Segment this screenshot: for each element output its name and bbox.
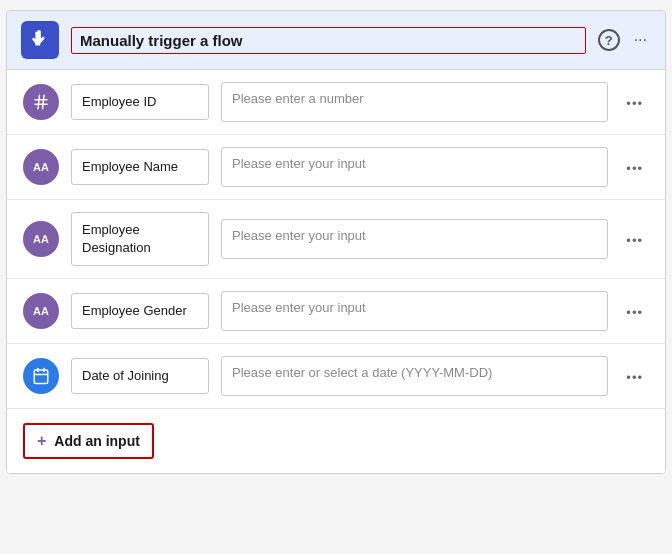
field-row-date-of-joining: Date of JoiningPlease enter or select a … — [7, 344, 665, 408]
more-options-button[interactable]: ··· — [630, 27, 651, 53]
date-of-joining-more-button[interactable] — [620, 362, 649, 391]
employee-id-ellipsis-icon — [626, 92, 643, 112]
employee-id-input[interactable]: Please enter a number — [221, 82, 608, 122]
employee-designation-ellipsis-icon — [626, 229, 643, 249]
help-button[interactable]: ? — [598, 29, 620, 51]
field-row-employee-id: Employee IDPlease enter a number — [7, 70, 665, 135]
date-of-joining-ellipsis-icon — [626, 366, 643, 386]
add-input-label: Add an input — [54, 433, 140, 449]
header-title: Manually trigger a flow — [71, 27, 586, 54]
employee-gender-label: Employee Gender — [71, 293, 209, 329]
header-icon — [21, 21, 59, 59]
fields-list: Employee IDPlease enter a numberAAEmploy… — [7, 70, 665, 408]
header-actions: ? ··· — [598, 27, 651, 53]
employee-name-type-icon: AA — [23, 149, 59, 185]
more-dots-icon: ··· — [634, 31, 647, 49]
field-row-employee-designation: AAEmployee DesignationPlease enter your … — [7, 200, 665, 279]
date-of-joining-input[interactable]: Please enter or select a date (YYYY-MM-D… — [221, 356, 608, 396]
add-input-button[interactable]: + Add an input — [23, 423, 154, 459]
employee-id-more-button[interactable] — [620, 88, 649, 117]
flow-trigger-card: Manually trigger a flow ? ··· Employee I… — [6, 10, 666, 474]
card-header: Manually trigger a flow ? ··· — [7, 11, 665, 70]
field-row-employee-name: AAEmployee NamePlease enter your input — [7, 135, 665, 200]
trigger-icon — [29, 29, 51, 51]
plus-icon: + — [37, 432, 46, 450]
employee-gender-more-button[interactable] — [620, 297, 649, 326]
add-input-row: + Add an input — [7, 408, 665, 473]
employee-gender-input[interactable]: Please enter your input — [221, 291, 608, 331]
employee-name-ellipsis-icon — [626, 157, 643, 177]
svg-rect-0 — [34, 370, 48, 384]
employee-designation-input[interactable]: Please enter your input — [221, 219, 608, 259]
employee-id-type-icon — [23, 84, 59, 120]
employee-designation-type-icon: AA — [23, 221, 59, 257]
employee-designation-more-button[interactable] — [620, 225, 649, 254]
employee-gender-ellipsis-icon — [626, 301, 643, 321]
date-of-joining-label: Date of Joining — [71, 358, 209, 394]
employee-gender-type-icon: AA — [23, 293, 59, 329]
employee-name-more-button[interactable] — [620, 153, 649, 182]
employee-name-label: Employee Name — [71, 149, 209, 185]
employee-id-label: Employee ID — [71, 84, 209, 120]
employee-designation-label: Employee Designation — [71, 212, 209, 266]
employee-name-input[interactable]: Please enter your input — [221, 147, 608, 187]
field-row-employee-gender: AAEmployee GenderPlease enter your input — [7, 279, 665, 344]
date-of-joining-type-icon — [23, 358, 59, 394]
